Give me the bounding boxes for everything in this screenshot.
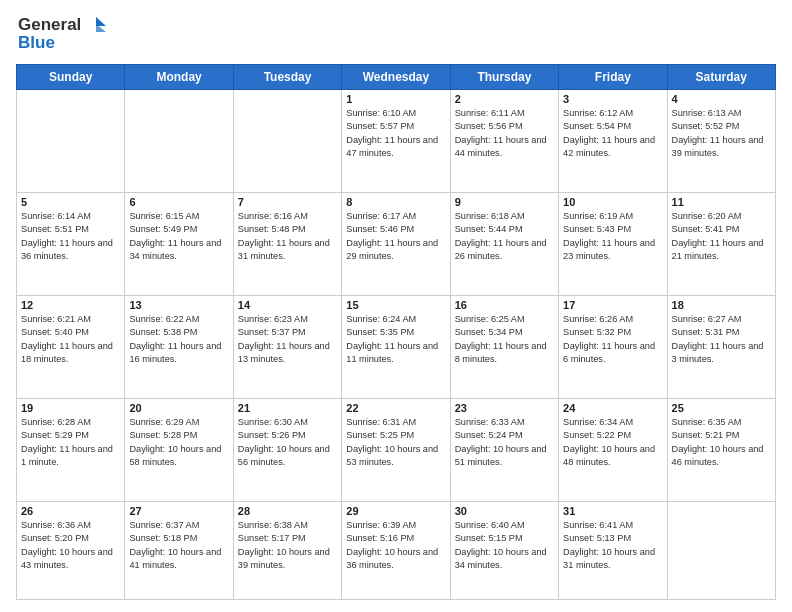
day-info: Sunrise: 6:37 AMSunset: 5:18 PMDaylight:… <box>129 519 228 572</box>
day-info: Sunrise: 6:17 AMSunset: 5:46 PMDaylight:… <box>346 210 445 263</box>
day-info: Sunrise: 6:14 AMSunset: 5:51 PMDaylight:… <box>21 210 120 263</box>
day-header-thursday: Thursday <box>450 65 558 90</box>
day-number: 24 <box>563 402 662 414</box>
calendar-cell: 6Sunrise: 6:15 AMSunset: 5:49 PMDaylight… <box>125 193 233 296</box>
calendar-cell: 26Sunrise: 6:36 AMSunset: 5:20 PMDayligh… <box>17 502 125 600</box>
calendar-cell <box>233 90 341 193</box>
calendar-cell: 3Sunrise: 6:12 AMSunset: 5:54 PMDaylight… <box>559 90 667 193</box>
day-header-wednesday: Wednesday <box>342 65 450 90</box>
day-number: 31 <box>563 505 662 517</box>
day-header-friday: Friday <box>559 65 667 90</box>
day-number: 19 <box>21 402 120 414</box>
calendar-cell: 31Sunrise: 6:41 AMSunset: 5:13 PMDayligh… <box>559 502 667 600</box>
day-number: 14 <box>238 299 337 311</box>
day-number: 6 <box>129 196 228 208</box>
svg-marker-2 <box>96 17 106 26</box>
calendar-cell: 7Sunrise: 6:16 AMSunset: 5:48 PMDaylight… <box>233 193 341 296</box>
calendar-cell: 11Sunrise: 6:20 AMSunset: 5:41 PMDayligh… <box>667 193 775 296</box>
calendar-cell: 17Sunrise: 6:26 AMSunset: 5:32 PMDayligh… <box>559 296 667 399</box>
calendar-cell: 4Sunrise: 6:13 AMSunset: 5:52 PMDaylight… <box>667 90 775 193</box>
calendar-cell: 24Sunrise: 6:34 AMSunset: 5:22 PMDayligh… <box>559 399 667 502</box>
calendar-cell: 20Sunrise: 6:29 AMSunset: 5:28 PMDayligh… <box>125 399 233 502</box>
calendar-cell <box>125 90 233 193</box>
calendar-cell: 19Sunrise: 6:28 AMSunset: 5:29 PMDayligh… <box>17 399 125 502</box>
day-info: Sunrise: 6:33 AMSunset: 5:24 PMDaylight:… <box>455 416 554 469</box>
day-info: Sunrise: 6:31 AMSunset: 5:25 PMDaylight:… <box>346 416 445 469</box>
day-header-monday: Monday <box>125 65 233 90</box>
day-info: Sunrise: 6:39 AMSunset: 5:16 PMDaylight:… <box>346 519 445 572</box>
calendar-cell: 2Sunrise: 6:11 AMSunset: 5:56 PMDaylight… <box>450 90 558 193</box>
day-info: Sunrise: 6:11 AMSunset: 5:56 PMDaylight:… <box>455 107 554 160</box>
calendar-cell <box>17 90 125 193</box>
calendar-cell: 28Sunrise: 6:38 AMSunset: 5:17 PMDayligh… <box>233 502 341 600</box>
calendar-week-5: 26Sunrise: 6:36 AMSunset: 5:20 PMDayligh… <box>17 502 776 600</box>
calendar-cell: 1Sunrise: 6:10 AMSunset: 5:57 PMDaylight… <box>342 90 450 193</box>
calendar-cell <box>667 502 775 600</box>
day-number: 1 <box>346 93 445 105</box>
svg-text:Blue: Blue <box>18 33 55 52</box>
calendar-week-1: 1Sunrise: 6:10 AMSunset: 5:57 PMDaylight… <box>17 90 776 193</box>
day-number: 22 <box>346 402 445 414</box>
day-number: 15 <box>346 299 445 311</box>
calendar-header-row: SundayMondayTuesdayWednesdayThursdayFrid… <box>17 65 776 90</box>
day-info: Sunrise: 6:15 AMSunset: 5:49 PMDaylight:… <box>129 210 228 263</box>
svg-text:General: General <box>18 15 81 34</box>
day-number: 28 <box>238 505 337 517</box>
day-number: 7 <box>238 196 337 208</box>
day-number: 3 <box>563 93 662 105</box>
day-info: Sunrise: 6:28 AMSunset: 5:29 PMDaylight:… <box>21 416 120 469</box>
day-info: Sunrise: 6:19 AMSunset: 5:43 PMDaylight:… <box>563 210 662 263</box>
day-info: Sunrise: 6:40 AMSunset: 5:15 PMDaylight:… <box>455 519 554 572</box>
day-info: Sunrise: 6:18 AMSunset: 5:44 PMDaylight:… <box>455 210 554 263</box>
day-number: 20 <box>129 402 228 414</box>
day-info: Sunrise: 6:34 AMSunset: 5:22 PMDaylight:… <box>563 416 662 469</box>
calendar-cell: 22Sunrise: 6:31 AMSunset: 5:25 PMDayligh… <box>342 399 450 502</box>
logo-svg: General Blue <box>16 12 106 56</box>
day-number: 23 <box>455 402 554 414</box>
day-info: Sunrise: 6:27 AMSunset: 5:31 PMDaylight:… <box>672 313 771 366</box>
day-number: 29 <box>346 505 445 517</box>
day-number: 26 <box>21 505 120 517</box>
day-number: 25 <box>672 402 771 414</box>
day-info: Sunrise: 6:20 AMSunset: 5:41 PMDaylight:… <box>672 210 771 263</box>
day-number: 8 <box>346 196 445 208</box>
day-header-sunday: Sunday <box>17 65 125 90</box>
calendar-cell: 8Sunrise: 6:17 AMSunset: 5:46 PMDaylight… <box>342 193 450 296</box>
calendar-cell: 30Sunrise: 6:40 AMSunset: 5:15 PMDayligh… <box>450 502 558 600</box>
day-info: Sunrise: 6:13 AMSunset: 5:52 PMDaylight:… <box>672 107 771 160</box>
day-info: Sunrise: 6:24 AMSunset: 5:35 PMDaylight:… <box>346 313 445 366</box>
calendar-cell: 21Sunrise: 6:30 AMSunset: 5:26 PMDayligh… <box>233 399 341 502</box>
day-info: Sunrise: 6:21 AMSunset: 5:40 PMDaylight:… <box>21 313 120 366</box>
day-number: 18 <box>672 299 771 311</box>
calendar-cell: 15Sunrise: 6:24 AMSunset: 5:35 PMDayligh… <box>342 296 450 399</box>
day-number: 11 <box>672 196 771 208</box>
day-number: 17 <box>563 299 662 311</box>
day-info: Sunrise: 6:23 AMSunset: 5:37 PMDaylight:… <box>238 313 337 366</box>
day-info: Sunrise: 6:30 AMSunset: 5:26 PMDaylight:… <box>238 416 337 469</box>
day-info: Sunrise: 6:26 AMSunset: 5:32 PMDaylight:… <box>563 313 662 366</box>
calendar-cell: 13Sunrise: 6:22 AMSunset: 5:38 PMDayligh… <box>125 296 233 399</box>
calendar-table: SundayMondayTuesdayWednesdayThursdayFrid… <box>16 64 776 600</box>
day-number: 9 <box>455 196 554 208</box>
calendar-cell: 12Sunrise: 6:21 AMSunset: 5:40 PMDayligh… <box>17 296 125 399</box>
header: General Blue <box>16 12 776 56</box>
logo: General Blue <box>16 12 106 56</box>
day-header-tuesday: Tuesday <box>233 65 341 90</box>
day-number: 5 <box>21 196 120 208</box>
day-number: 21 <box>238 402 337 414</box>
day-info: Sunrise: 6:41 AMSunset: 5:13 PMDaylight:… <box>563 519 662 572</box>
calendar-cell: 25Sunrise: 6:35 AMSunset: 5:21 PMDayligh… <box>667 399 775 502</box>
calendar-cell: 27Sunrise: 6:37 AMSunset: 5:18 PMDayligh… <box>125 502 233 600</box>
day-info: Sunrise: 6:22 AMSunset: 5:38 PMDaylight:… <box>129 313 228 366</box>
calendar-cell: 5Sunrise: 6:14 AMSunset: 5:51 PMDaylight… <box>17 193 125 296</box>
calendar-cell: 29Sunrise: 6:39 AMSunset: 5:16 PMDayligh… <box>342 502 450 600</box>
calendar-cell: 9Sunrise: 6:18 AMSunset: 5:44 PMDaylight… <box>450 193 558 296</box>
day-number: 4 <box>672 93 771 105</box>
calendar-week-4: 19Sunrise: 6:28 AMSunset: 5:29 PMDayligh… <box>17 399 776 502</box>
calendar-cell: 18Sunrise: 6:27 AMSunset: 5:31 PMDayligh… <box>667 296 775 399</box>
calendar-cell: 10Sunrise: 6:19 AMSunset: 5:43 PMDayligh… <box>559 193 667 296</box>
day-number: 27 <box>129 505 228 517</box>
day-info: Sunrise: 6:38 AMSunset: 5:17 PMDaylight:… <box>238 519 337 572</box>
day-info: Sunrise: 6:35 AMSunset: 5:21 PMDaylight:… <box>672 416 771 469</box>
day-header-saturday: Saturday <box>667 65 775 90</box>
